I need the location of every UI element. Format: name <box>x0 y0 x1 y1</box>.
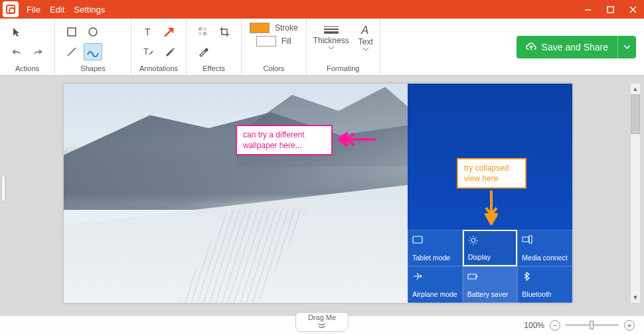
zoom-out-button[interactable]: − <box>550 320 560 331</box>
annotation-callout-pink[interactable]: can try a different wallpaper here... <box>236 125 333 155</box>
tile-media-connect[interactable]: Media connect <box>517 230 572 266</box>
svg-rect-11 <box>199 32 202 35</box>
svg-text:T: T <box>143 46 149 56</box>
menu-settings[interactable]: Settings <box>74 5 105 15</box>
menu-file[interactable]: File <box>27 5 40 15</box>
rectangle-tool[interactable] <box>62 23 81 41</box>
highlighter-tool[interactable] <box>160 43 179 60</box>
svg-line-6 <box>68 48 76 56</box>
svg-rect-1 <box>607 7 613 13</box>
svg-line-24 <box>470 237 471 238</box>
status-bar: Drag Me ❯❯ 100% − + <box>0 315 644 334</box>
ellipse-tool[interactable] <box>84 23 102 41</box>
svg-line-26 <box>470 243 471 244</box>
canvas[interactable]: Tablet modeDisplayMedia connectAirplane … <box>64 84 572 303</box>
annotation-arrow-orange[interactable] <box>483 189 499 225</box>
annotation-callout-orange[interactable]: try collapsed view here <box>457 158 526 189</box>
svg-rect-31 <box>476 276 477 278</box>
tile-display[interactable]: Display <box>463 230 518 266</box>
fill-swatch[interactable] <box>256 36 276 46</box>
scroll-up-icon[interactable]: ▲ <box>631 84 640 94</box>
blur-tool[interactable] <box>194 23 212 41</box>
save-share-button[interactable]: Save and Share <box>517 36 636 58</box>
vertical-scrollbar[interactable]: ▲ ▼ <box>631 84 640 303</box>
fill-label: Fill <box>282 37 291 46</box>
svg-rect-30 <box>468 274 476 279</box>
cloud-upload-icon <box>526 42 536 52</box>
group-label-actions: Actions <box>15 63 39 74</box>
svg-line-25 <box>475 243 477 244</box>
stroke-label: Stroke <box>275 23 298 33</box>
freehand-tool[interactable] <box>84 43 102 60</box>
scroll-down-icon[interactable]: ▼ <box>631 292 640 303</box>
svg-point-19 <box>471 238 475 242</box>
tile-bluetooth[interactable]: Bluetooth <box>517 266 572 303</box>
svg-rect-18 <box>413 236 422 243</box>
maximize-button[interactable] <box>599 0 621 19</box>
group-label-annotations: Annotations <box>139 63 178 74</box>
svg-rect-10 <box>203 27 206 31</box>
crop-tool[interactable] <box>215 23 234 41</box>
group-annotations: T T Annotations <box>131 19 187 75</box>
close-button[interactable] <box>621 0 644 19</box>
left-drawer-handle[interactable] <box>1 175 5 202</box>
text-format-dropdown[interactable]: A Text <box>359 24 373 51</box>
line-tool[interactable] <box>62 43 81 60</box>
group-label-colors: Colors <box>263 63 284 74</box>
annotation-arrow-pink[interactable] <box>337 131 377 147</box>
svg-rect-9 <box>199 27 202 31</box>
group-label-formating: Formating <box>327 63 360 74</box>
text-tool[interactable]: T <box>139 23 157 41</box>
svg-rect-28 <box>523 237 528 242</box>
redo-button[interactable] <box>29 43 47 60</box>
tile-airplane-mode[interactable]: Airplane mode <box>408 266 463 303</box>
ribbon: Actions Shapes T T Annotations Effects <box>0 19 644 76</box>
undo-button[interactable] <box>7 43 26 60</box>
svg-rect-12 <box>203 32 206 35</box>
drag-handle[interactable]: Drag Me ❯❯ <box>295 312 349 332</box>
tile-battery-saver[interactable]: Battery saver <box>463 266 518 303</box>
group-label-effects: Effects <box>202 63 224 74</box>
group-formating: Thickness A Text Formating <box>307 19 380 75</box>
tile-tablet-mode[interactable]: Tablet mode <box>408 230 463 266</box>
pointer-tool[interactable] <box>7 23 26 41</box>
group-colors: Stroke Fill Colors <box>242 19 307 75</box>
svg-line-27 <box>475 237 477 238</box>
workspace: Tablet modeDisplayMedia connectAirplane … <box>0 76 644 315</box>
scroll-thumb[interactable] <box>631 94 640 134</box>
svg-point-5 <box>89 28 97 36</box>
group-actions: Actions <box>0 19 55 75</box>
svg-rect-29 <box>529 236 532 243</box>
thickness-dropdown[interactable]: Thickness <box>313 24 349 50</box>
group-label-shapes: Shapes <box>80 63 105 74</box>
group-effects: Effects <box>187 19 242 75</box>
group-shapes: Shapes <box>55 19 131 75</box>
svg-point-13 <box>205 48 208 52</box>
title-bar: File Edit Settings <box>0 0 644 19</box>
text-arrow-tool[interactable]: T <box>139 43 157 60</box>
zoom-in-button[interactable]: + <box>624 320 635 331</box>
svg-rect-4 <box>68 28 76 36</box>
svg-text:T: T <box>145 27 151 37</box>
minimize-button[interactable] <box>576 0 599 19</box>
stroke-swatch[interactable] <box>250 23 270 33</box>
svg-text:A: A <box>361 24 368 36</box>
zoom-slider[interactable] <box>566 324 619 326</box>
zoom-level: 100% <box>524 321 544 330</box>
app-logo <box>3 1 19 17</box>
arrow-tool[interactable] <box>160 23 179 41</box>
save-dropdown[interactable] <box>617 36 636 58</box>
chevron-down-icon: ❯❯ <box>319 323 325 327</box>
colorpicker-tool[interactable] <box>194 43 212 60</box>
menu-edit[interactable]: Edit <box>50 5 64 15</box>
